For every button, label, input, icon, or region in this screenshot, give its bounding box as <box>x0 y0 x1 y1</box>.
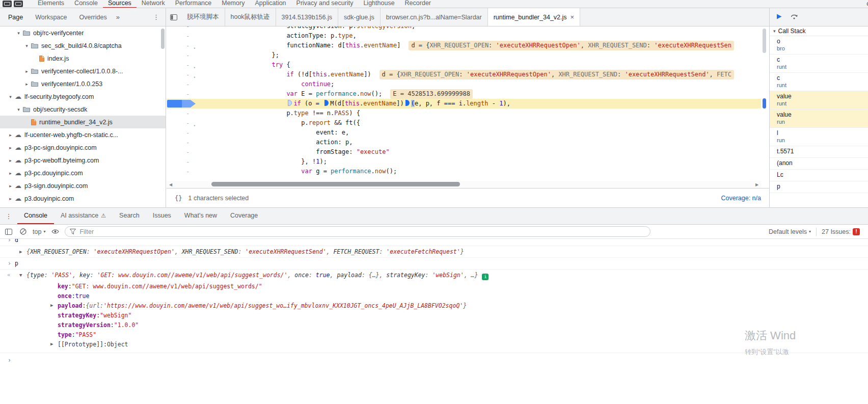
line-gutter[interactable]: - <box>167 147 198 157</box>
nav-tab-overrides[interactable]: Overrides <box>73 8 113 26</box>
drawer-tab-what-s-new[interactable]: What's new <box>178 208 224 224</box>
file-tab-browser-cn-js-b-alname-slardar[interactable]: browser.cn.js?b...alName=Slardar <box>381 8 488 26</box>
tree-expanded-icon[interactable]: ▾ <box>15 107 22 112</box>
code-line[interactable]: -▾ functionName: d[this.eventName]d = {X… <box>167 41 761 50</box>
code-line[interactable]: - fromStage: "execute" <box>167 147 761 157</box>
nav-tab-page[interactable]: Page <box>2 8 29 26</box>
line-gutter[interactable]: - <box>167 138 198 147</box>
step-over-icon[interactable] <box>791 13 798 21</box>
main-tab-memory[interactable]: Memory <box>216 0 250 8</box>
drawer-menu-kebab-icon[interactable]: ⋮ <box>0 208 17 224</box>
resume-script-icon[interactable] <box>776 13 782 21</box>
expand-triangle-icon[interactable]: ▶ <box>19 248 26 254</box>
tree-item-p3-pc-douyinpic-com[interactable]: ▸☁p3-pc.douyinpic.com <box>0 167 166 179</box>
object-property-row[interactable]: ▶strategyVersion: "1.0.0" <box>26 320 868 330</box>
tab-overflow-chevron-icon[interactable]: » <box>113 13 123 21</box>
code-line[interactable]: - p.type !== n.PASS) { <box>167 109 761 118</box>
line-gutter[interactable]: - <box>167 79 198 89</box>
line-gutter[interactable]: -▾ <box>167 118 198 128</box>
object-property-row[interactable]: ▶strategyKey: "webSign" <box>26 311 868 320</box>
call-stack-frame[interactable]: t.5571 <box>770 146 868 158</box>
tree-collapsed-icon[interactable]: ▸ <box>7 145 14 150</box>
main-tab-sources[interactable]: Sources <box>103 0 137 8</box>
tree-item-p3-sign-douyinpic-com[interactable]: ▸☁p3-sign.douyinpic.com <box>0 179 166 192</box>
tree-item-p3-pc-sign-douyinpic-com[interactable]: ▸☁p3-pc-sign.douyinpic.com <box>0 141 166 154</box>
code-line[interactable]: - var E = performance.now();E = 4528513.… <box>167 89 761 99</box>
code-editor[interactable]: - strategyVersion: p.strategyVersion,- a… <box>167 26 761 188</box>
tree-item-p3-pc-weboff-byteimg-com[interactable]: ▸☁p3-pc-weboff.byteimg.com <box>0 154 166 167</box>
drawer-tab-search[interactable]: Search <box>113 208 146 224</box>
scroll-right-icon[interactable]: ▶ <box>753 182 761 187</box>
file-tab-runtime-bundler-34-v2-js[interactable]: runtime_bundler_34_v2.js× <box>488 8 580 26</box>
line-gutter[interactable]: - <box>167 128 198 138</box>
code-line[interactable]: - }, !1); <box>167 157 761 167</box>
tree-item-p3-douyinpic-com[interactable]: ▸☁p3.douyinpic.com <box>0 192 166 205</box>
tree-item-lf-ucenter-web-yhgfb-cn-static-c[interactable]: ▸☁lf-ucenter-web.yhgfb-cn-static.c... <box>0 128 166 141</box>
nav-tab-workspace[interactable]: Workspace <box>29 8 73 26</box>
coverage-status[interactable]: Coverage: n/a <box>721 195 761 202</box>
tab-close-icon[interactable]: × <box>571 13 575 21</box>
tree-item-lf-security-bytegoofy-com[interactable]: ▾☁lf-security.bytegoofy.com <box>0 90 166 103</box>
inspect-element-icon[interactable] <box>3 1 12 7</box>
drawer-tab-console[interactable]: Console <box>17 208 54 224</box>
call-stack-frame[interactable]: crunt <box>770 73 868 91</box>
inline-breakpoint-active-icon[interactable] <box>324 100 329 106</box>
line-gutter[interactable] <box>167 99 198 109</box>
expand-triangle-icon[interactable]: ▶ <box>50 341 58 346</box>
object-property-row[interactable]: ▶payload: {url: 'https://www.douyin.com/… <box>26 301 868 311</box>
code-line[interactable]: -▾ if (!d[this.eventName])d = {XHR_REQUE… <box>167 70 761 79</box>
drawer-tab-coverage[interactable]: Coverage <box>224 208 264 224</box>
file-tab-hook[interactable]: hook鼠标轨迹 <box>225 8 276 26</box>
line-gutter[interactable]: - <box>167 89 198 99</box>
clear-console-icon[interactable] <box>18 227 28 236</box>
tree-collapsed-icon[interactable]: ▸ <box>7 196 14 201</box>
tree-collapsed-icon[interactable]: ▸ <box>23 82 30 87</box>
tree-item-sec-sdk-build-4-0-8-captcha[interactable]: ▾sec_sdk_build/4.0.8/captcha <box>0 39 166 52</box>
file-tab-3914-5139b156-js[interactable]: 3914.5139b156.js <box>276 8 338 26</box>
drawer-tab-issues[interactable]: Issues <box>146 208 178 224</box>
line-gutter[interactable]: - <box>167 109 198 118</box>
inline-breakpoint-icon[interactable] <box>288 100 292 106</box>
call-stack-frame[interactable]: valuerunt <box>770 91 868 110</box>
main-tab-application[interactable]: Application <box>250 0 291 8</box>
line-gutter[interactable]: - <box>167 167 198 176</box>
object-property-row[interactable]: ▶once: true <box>26 291 868 301</box>
object-property-row[interactable]: ▶type: "PASS" <box>26 330 868 340</box>
line-gutter[interactable]: -▾ <box>167 60 198 70</box>
code-line[interactable]: - var g = performance.now(); <box>167 167 761 176</box>
device-toolbar-icon[interactable] <box>14 1 23 7</box>
tree-expanded-icon[interactable]: ▾ <box>15 31 22 36</box>
pretty-print-icon[interactable]: {} <box>175 195 182 202</box>
code-line[interactable]: - }; <box>167 50 761 60</box>
line-gutter[interactable]: -▾ <box>167 41 198 50</box>
live-expression-eye-icon[interactable] <box>50 227 60 236</box>
vertical-scroll-thumb[interactable] <box>763 29 766 53</box>
line-gutter[interactable]: -▾ <box>167 70 198 79</box>
sidebar-scrollbar[interactable] <box>161 29 165 49</box>
call-stack-frame[interactable]: valuerun <box>770 110 868 128</box>
horizontal-scroll-thumb[interactable] <box>211 182 460 186</box>
tree-expanded-icon[interactable]: ▾ <box>7 94 14 99</box>
file-tab-sdk-glue-js[interactable]: sdk-glue.js <box>338 8 381 26</box>
line-gutter[interactable]: - <box>167 31 198 41</box>
inline-breakpoint-active-icon[interactable] <box>405 100 410 106</box>
settings-gear-icon[interactable]: ⚙ <box>866 1 868 8</box>
console-prompt[interactable]: › <box>0 353 868 367</box>
tree-expanded-icon[interactable]: ▾ <box>23 43 30 48</box>
javascript-context-selector[interactable]: top▾ <box>33 228 45 235</box>
main-tab-elements[interactable]: Elements <box>33 0 69 8</box>
main-tab-performance[interactable]: Performance <box>170 0 217 8</box>
editor-horizontal-scrollbar[interactable]: ◀ ▶ <box>167 181 761 188</box>
code-line[interactable]: - strategyVersion: p.strategyVersion, <box>167 26 761 31</box>
tree-collapsed-icon[interactable]: ▸ <box>7 132 14 138</box>
call-stack-frame[interactable]: lrun <box>770 128 868 146</box>
tree-item-obj-rc-verifycenter[interactable]: ▾obj/rc-verifycenter <box>0 26 166 39</box>
code-line[interactable]: - continue; <box>167 79 761 89</box>
info-icon[interactable]: i <box>482 274 489 280</box>
code-line[interactable]: - actionType: p.type, <box>167 31 761 41</box>
tree-item-verifycenter-collect-1-0-0-8[interactable]: ▸verifycenter-collect/1.0.0.8-... <box>0 65 166 77</box>
code-line[interactable]: - event: e, <box>167 128 761 138</box>
tree-item-verifycenter-1-0-0-253[interactable]: ▸verifycenter/1.0.0.253 <box>0 77 166 90</box>
collapse-triangle-icon[interactable]: ▼ <box>19 272 26 278</box>
tree-collapsed-icon[interactable]: ▸ <box>7 183 14 188</box>
